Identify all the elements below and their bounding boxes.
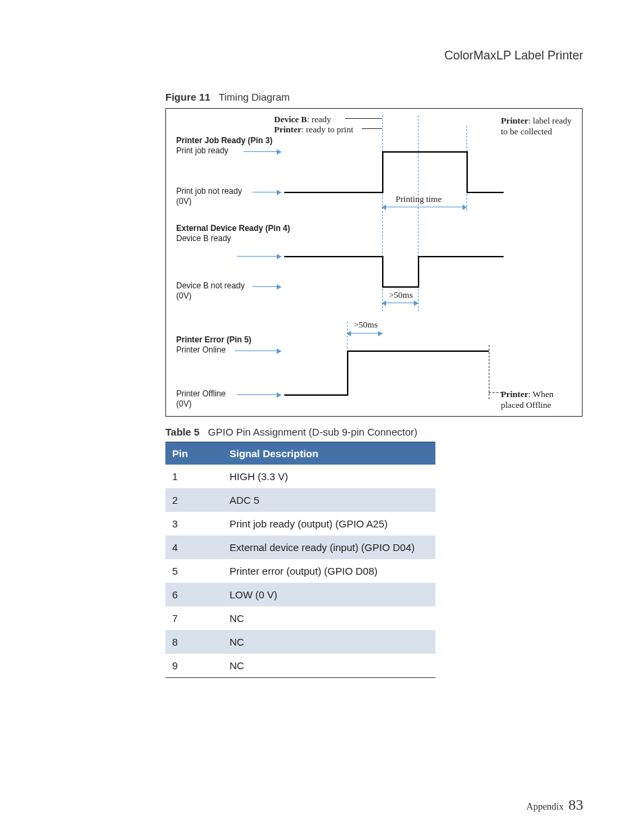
- leader-line: [345, 118, 382, 119]
- th-desc: Signal Description: [223, 442, 435, 465]
- gt50-b-label: >50ms: [354, 319, 378, 330]
- page-header-title: ColorMaxLP Label Printer: [444, 49, 583, 63]
- diagram-right-label-bottom: Printer: When placed Offline: [501, 389, 575, 411]
- cell-pin: 8: [165, 630, 223, 654]
- table-row: 6LOW (0 V): [165, 583, 435, 606]
- page-content: Figure 11 Timing Diagram Device B: ready…: [165, 91, 584, 678]
- table-row: 1HIGH (3.3 V): [165, 465, 435, 488]
- arrow-s1-hi: [244, 151, 281, 152]
- arrow-s2-lo: [252, 286, 281, 287]
- figure-label: Figure 11: [165, 91, 211, 103]
- arrow-printing-time: [382, 207, 466, 207]
- figure-caption: Figure 11 Timing Diagram: [165, 91, 584, 103]
- leader-line: [362, 128, 382, 129]
- diagram-printer-state: : ready to print: [301, 124, 353, 134]
- timing-diagram: Device B: ready Printer: ready to print …: [165, 108, 583, 417]
- sig1-seg3: [466, 192, 504, 193]
- diagram-right-label-top: Printer: label ready to be collected: [501, 115, 575, 137]
- signal2-low-label-a: Device B not ready: [176, 281, 244, 290]
- cell-pin: 4: [165, 536, 223, 559]
- sig1-seg1: [284, 192, 382, 193]
- sig3-rise: [347, 350, 348, 396]
- cell-desc: NC: [223, 630, 435, 654]
- cell-pin: 6: [165, 583, 223, 606]
- arrow-s3-hi: [235, 350, 281, 351]
- table-row: 2ADC 5: [165, 488, 435, 512]
- cell-desc: NC: [223, 606, 435, 630]
- footer-page-number: 83: [568, 796, 583, 813]
- cell-desc: HIGH (3.3 V): [223, 465, 435, 488]
- diagram-right-printer-bold: Printer: [501, 115, 528, 126]
- diagram-right-printer2-bold: Printer: [501, 389, 528, 399]
- signal1-low-label-a: Print job not ready: [176, 186, 242, 196]
- arrow-gt50-a: [382, 303, 418, 303]
- gpio-table: Pin Signal Description 1HIGH (3.3 V) 2AD…: [165, 442, 435, 678]
- table-header-row: Pin Signal Description: [165, 442, 435, 465]
- sig2-seg-lo: [382, 286, 418, 288]
- gt50-a-label: >50ms: [389, 290, 413, 301]
- table-row: 9NC: [165, 654, 435, 678]
- cell-desc: External device ready (input) (GPIO D04): [223, 536, 435, 559]
- sig2-fall1: [382, 256, 383, 288]
- th-pin: Pin: [165, 442, 223, 465]
- cell-pin: 5: [165, 559, 223, 583]
- sig3-seg-lo: [284, 394, 347, 396]
- cell-desc: LOW (0 V): [223, 583, 435, 606]
- table-caption: Table 5 GPIO Pin Assignment (D-sub 9-pin…: [165, 426, 584, 438]
- table-row: 8NC: [165, 630, 435, 654]
- arrow-s2-hi: [237, 256, 281, 257]
- page-footer: Appendix 83: [527, 796, 583, 814]
- signal3-title: Printer Error (Pin 5): [176, 335, 251, 344]
- cell-pin: 7: [165, 606, 223, 630]
- arrow-s1-lo: [252, 192, 281, 192]
- signal3-high-label: Printer Online: [176, 345, 225, 355]
- table-label: Table 5: [165, 426, 200, 438]
- diagram-device-b-state: : ready: [307, 114, 331, 124]
- sig2-seg-hi1: [284, 256, 382, 257]
- diagram-top-label-printer: Printer: ready to print: [274, 124, 353, 135]
- signal2-high-label: Device B ready: [176, 234, 231, 243]
- cell-desc: ADC 5: [223, 488, 435, 512]
- vdash-offline: [489, 345, 489, 399]
- signal1-high-label: Print job ready: [176, 146, 228, 155]
- signal2-low-label-b: (0V): [176, 291, 192, 301]
- diagram-top-label-device-b: Device B: ready: [274, 114, 331, 125]
- figure-title: Timing Diagram: [219, 91, 290, 103]
- sig3-seg-hi: [347, 350, 489, 352]
- diagram-device-b-bold: Device B: [274, 114, 307, 124]
- diagram-printer-bold: Printer: [274, 124, 301, 134]
- signal2-title: External Device Ready (Pin 4): [176, 224, 290, 233]
- table-title: GPIO Pin Assignment (D-sub 9-pin Connect…: [208, 426, 417, 438]
- sig2-rise: [418, 256, 419, 288]
- signal3-low-label-a: Printer Offline: [176, 389, 225, 398]
- footer-section: Appendix: [527, 802, 564, 812]
- sig1-fall: [466, 151, 468, 193]
- table-row: 7NC: [165, 606, 435, 630]
- vdash-gt50-left: [347, 321, 348, 348]
- cell-desc: NC: [223, 654, 435, 678]
- table-row: 3Print job ready (output) (GPIO A25): [165, 512, 435, 536]
- cell-desc: Print job ready (output) (GPIO A25): [223, 512, 435, 536]
- cell-pin: 2: [165, 488, 223, 512]
- sig1-seg-hi: [382, 151, 466, 153]
- sig2-seg-hi2: [418, 256, 504, 257]
- signal3-low-label-b: (0V): [176, 399, 192, 409]
- table-row: 4External device ready (input) (GPIO D04…: [165, 536, 435, 559]
- signal1-low-label-b: (0V): [176, 197, 192, 206]
- cell-pin: 1: [165, 465, 223, 488]
- arrow-s3-lo: [237, 394, 281, 395]
- cell-pin: 3: [165, 512, 223, 536]
- sig1-rise: [382, 151, 383, 193]
- cell-pin: 9: [165, 654, 223, 678]
- printing-time-label: Printing time: [396, 194, 441, 205]
- leader-offline: [489, 392, 502, 393]
- arrow-gt50-b: [347, 333, 382, 334]
- cell-desc: Printer error (output) (GPIO D08): [223, 559, 435, 583]
- signal1-title: Printer Job Ready (Pin 3): [176, 136, 273, 145]
- table-row: 5Printer error (output) (GPIO D08): [165, 559, 435, 583]
